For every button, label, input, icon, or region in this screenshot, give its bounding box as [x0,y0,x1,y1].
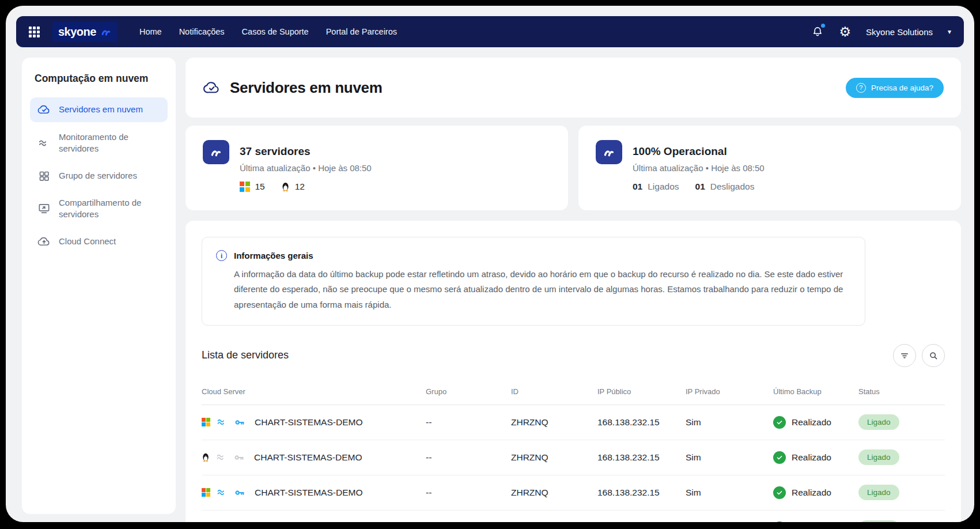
cloud-check-title-icon [203,79,221,97]
sidebar: Computação em nuvem Servidores em nuvem … [22,58,176,514]
check-circle-icon [773,451,786,464]
server-ip-privado: Sim [686,417,773,428]
nav-link-portal-de-parceiros[interactable]: Portal de Parceiros [326,27,397,36]
table-row[interactable]: CHART-SISTEMAS-DEMO -- ZHRZNQ 168.138.23… [202,440,945,475]
chevron-down-icon: ▾ [948,28,951,36]
info-box-text: A informação da data do último backup po… [234,267,851,312]
server-backup: Realizado [773,451,858,464]
nav-link-notificacoes[interactable]: Notificações [179,27,225,36]
servers-count-subtitle: Última atualização • Hoje às 08:50 [240,163,372,173]
search-button[interactable] [922,344,945,367]
account-menu[interactable]: Skyone Solutions ▾ [866,27,951,37]
sidebar-item-label: Compartilhamento de servidores [59,197,161,221]
activity-waves-icon [37,137,51,150]
monitoring-waves-icon [216,416,228,428]
sidebar-item-label: Grupo de servidores [59,170,137,182]
sidebar-item-cloud-connect[interactable]: Cloud Connect [30,229,168,254]
table-row[interactable]: CHART-SISTEMAS-DEMO -- ZHRZNQ 168.138.23… [202,511,945,522]
settings-gear-icon[interactable]: ⚙ [839,25,851,39]
server-list-card: i Informações gerais A informação da dat… [186,221,961,522]
question-circle-icon: ? [856,83,866,93]
server-name: CHART-SISTEMAS-DEMO [255,488,362,498]
server-ip-publico: 168.138.232.15 [597,417,686,428]
linux-count: 12 [281,182,305,192]
servers-count-title: 37 servidores [240,140,372,158]
server-ip-privado: Sim [686,488,773,498]
info-box: i Informações gerais A informação da dat… [202,237,865,326]
page-title: Servidores em nuvem [230,79,383,97]
col-ultimo-backup: Último Backup [773,387,858,396]
key-icon [234,417,245,428]
operational-subtitle: Última atualização • Hoje às 08:50 [633,163,765,173]
top-navbar: skyone Home Notificações Casos de Suport… [16,16,964,47]
server-id: ZHRZNQ [511,417,597,428]
screen-share-icon [37,202,51,215]
sidebar-item-grupo-de-servidores[interactable]: Grupo de servidores [30,164,168,188]
col-ip-privado: IP Privado [686,387,773,396]
windows-icon [202,418,210,426]
col-grupo: Grupo [426,387,511,396]
server-ip-privado: Sim [686,452,773,463]
server-name: CHART-SISTEMAS-DEMO [254,452,362,463]
cloud-upload-icon [37,235,51,248]
nav-link-home[interactable]: Home [139,27,162,36]
nav-link-casos-de-suporte[interactable]: Casos de Suporte [242,27,309,36]
cloud-check-icon [37,103,51,116]
skyone-logo-text: skyone [58,25,96,39]
app-window: skyone Home Notificações Casos de Suport… [6,6,974,522]
check-circle-icon [773,522,786,522]
linux-penguin-icon [281,182,290,192]
on-count: 01 Ligados [633,182,679,192]
sidebar-item-label: Servidores em nuvem [59,104,143,115]
servers-table: Cloud Server Grupo ID IP Público IP Priv… [202,379,945,522]
server-grupo: -- [426,417,511,428]
status-badge: Ligado [858,485,899,500]
apps-grid-icon[interactable] [29,27,40,37]
sidebar-item-label: Monitoramento de servidores [59,131,161,155]
help-button-label: Precisa de ajuda? [871,84,933,92]
skyone-tile-icon [596,140,622,164]
monitoring-waves-icon [215,451,228,463]
table-row[interactable]: CHART-SISTEMAS-DEMO -- ZHRZNQ 168.138.23… [202,475,945,511]
windows-icon [240,182,250,192]
status-badge: Ligado [858,414,899,430]
table-row[interactable]: CHART-SISTEMAS-DEMO -- ZHRZNQ 168.138.23… [202,405,945,440]
skyone-logo[interactable]: skyone [52,22,118,42]
status-badge: Ligado [858,449,899,465]
sidebar-item-monitoramento-de-servidores[interactable]: Monitoramento de servidores [30,126,168,161]
linux-penguin-icon [202,452,210,462]
check-circle-icon [773,416,786,429]
server-grupo: -- [426,488,511,498]
col-cloud-server: Cloud Server [202,387,426,396]
server-ip-publico: 168.138.232.15 [597,452,686,463]
status-badge: Ligado [858,520,899,522]
nav-links: Home Notificações Casos de Suporte Porta… [139,27,397,36]
operational-title: 100% Operacional [633,140,765,158]
sidebar-title: Computação em nuvem [35,73,163,85]
main-content: Servidores em nuvem ? Precisa de ajuda? … [186,58,961,522]
server-backup: Realizado [773,416,858,429]
col-status: Status [858,387,945,396]
server-id: ZHRZNQ [511,488,597,498]
server-ip-publico: 168.138.232.15 [597,488,686,498]
skyone-tile-icon [203,140,229,164]
servers-count-card: 37 servidores Última atualização • Hoje … [186,126,568,210]
check-circle-icon [773,486,786,499]
notification-dot [821,24,825,28]
account-name: Skyone Solutions [866,27,933,37]
filter-button[interactable] [893,344,916,367]
sidebar-item-label: Cloud Connect [59,236,116,247]
sidebar-item-compartilhamento-de-servidores[interactable]: Compartilhamento de servidores [30,191,168,226]
help-button[interactable]: ? Precisa de ajuda? [846,78,944,98]
info-icon: i [216,250,227,261]
notifications-bell-icon[interactable] [811,25,824,38]
server-name: CHART-SISTEMAS-DEMO [255,417,362,428]
server-list-title: Lista de servidores [202,349,289,361]
server-backup: Realizado [773,522,858,522]
key-icon [233,452,245,463]
info-box-title: Informações gerais [234,251,313,260]
operational-card: 100% Operacional Última atualização • Ho… [578,126,961,210]
server-id: ZHRZNQ [511,452,597,463]
sidebar-item-servidores-em-nuvem[interactable]: Servidores em nuvem [30,97,168,122]
key-icon [234,487,245,498]
